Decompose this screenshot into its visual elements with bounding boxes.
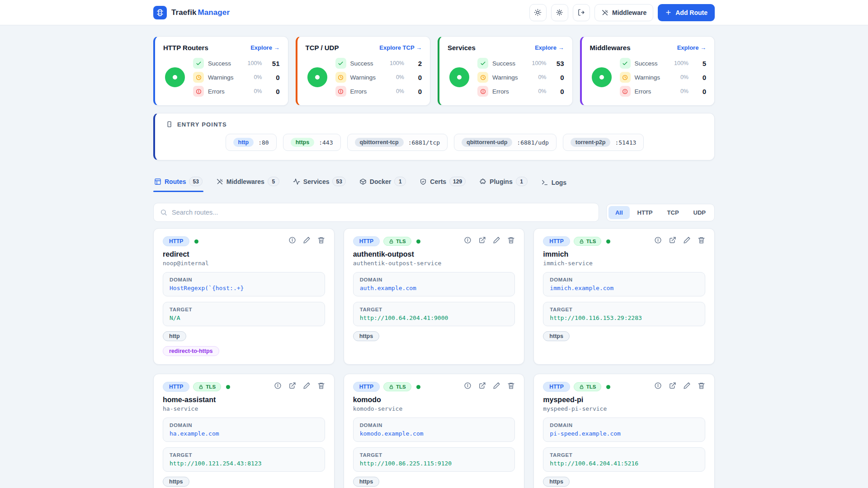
target-box: TARGET http://100.121.254.43:8123 bbox=[163, 447, 325, 472]
stat-row-success: Success 100% 53 bbox=[477, 58, 564, 69]
entrypoint-tag: https bbox=[353, 331, 380, 341]
stat-row-warnings: Warnings 0% 0 bbox=[335, 72, 422, 83]
success-donut-gauge bbox=[165, 67, 185, 87]
route-name: home-assistant bbox=[163, 396, 325, 404]
search-input[interactable] bbox=[172, 209, 592, 216]
entrypoint-tag: https bbox=[353, 477, 380, 487]
tab-docker[interactable]: Docker 1 bbox=[359, 175, 407, 192]
tab-label: Routes bbox=[165, 178, 186, 185]
filter-all[interactable]: All bbox=[609, 206, 630, 219]
filter-http[interactable]: HTTP bbox=[631, 206, 660, 219]
wand-off-icon bbox=[601, 9, 609, 16]
tab-routes[interactable]: Routes 53 bbox=[153, 175, 203, 192]
edit-button[interactable] bbox=[683, 382, 691, 389]
open-external-button[interactable] bbox=[669, 382, 676, 389]
delete-button[interactable] bbox=[317, 236, 325, 244]
stat-row-errors: Errors 0% 0 bbox=[620, 86, 707, 97]
stat-title: Middlewares bbox=[590, 44, 631, 52]
entrypoint-badge-qbittorrent-udp[interactable]: qbittorrent-udp :6881/udp bbox=[454, 134, 557, 151]
edit-button[interactable] bbox=[303, 236, 311, 244]
edit-button[interactable] bbox=[493, 236, 500, 244]
stat-pct: 0% bbox=[680, 74, 689, 80]
domain-value: pi-speed.example.com bbox=[550, 430, 698, 437]
traefik-logo-icon bbox=[153, 6, 167, 19]
entrypoint-port: :6881/tcp bbox=[408, 139, 440, 146]
delete-button[interactable] bbox=[507, 382, 515, 389]
explore-services-link[interactable]: Explore → bbox=[535, 44, 564, 51]
route-service: ha-service bbox=[163, 405, 325, 412]
entrypoint-tag: https bbox=[543, 331, 570, 341]
open-external-button[interactable] bbox=[669, 236, 676, 244]
entrypoint-badge-qbittorrent-tcp[interactable]: qbittorrent-tcp :6881/tcp bbox=[347, 134, 448, 151]
stat-label: Warnings bbox=[492, 74, 534, 81]
puzzle-icon bbox=[479, 178, 486, 185]
route-service: authentik-outpost-service bbox=[353, 260, 515, 267]
external-link-icon bbox=[669, 382, 676, 389]
open-external-button[interactable] bbox=[478, 382, 486, 389]
tab-label: Plugins bbox=[490, 178, 513, 185]
middleware-button[interactable]: Middleware bbox=[594, 4, 653, 21]
pencil-icon bbox=[683, 236, 691, 244]
target-box: TARGET http://100.86.225.115:9120 bbox=[353, 447, 515, 472]
filter-udp[interactable]: UDP bbox=[687, 206, 712, 219]
plus-icon bbox=[665, 9, 672, 16]
sun-icon bbox=[534, 9, 542, 16]
info-button[interactable] bbox=[288, 236, 296, 244]
target-label: TARGET bbox=[170, 452, 318, 458]
delete-button[interactable] bbox=[698, 236, 705, 244]
domain-box: DOMAIN ha.example.com bbox=[163, 418, 325, 442]
tab-certs[interactable]: Certs 129 bbox=[419, 175, 467, 192]
delete-button[interactable] bbox=[698, 382, 705, 389]
gear-icon bbox=[556, 9, 563, 16]
tab-count: 53 bbox=[332, 177, 345, 186]
entrypoint-badge-http[interactable]: http :80 bbox=[226, 134, 277, 151]
stat-title: Services bbox=[448, 44, 476, 52]
tab-logs[interactable]: Logs bbox=[540, 177, 567, 192]
filter-tcp[interactable]: TCP bbox=[660, 206, 686, 219]
target-box: TARGET http://100.64.204.41:9000 bbox=[353, 302, 515, 326]
lock-icon bbox=[198, 385, 203, 389]
stat-label: Success bbox=[208, 60, 244, 67]
stat-count: 51 bbox=[266, 60, 280, 67]
tab-middlewares[interactable]: Middlewares 5 bbox=[215, 175, 280, 192]
trash-icon bbox=[317, 382, 325, 389]
entry-points-title: ENTRY POINTS bbox=[177, 121, 227, 128]
explore-http-link[interactable]: Explore → bbox=[250, 44, 279, 51]
delete-button[interactable] bbox=[507, 236, 515, 244]
info-button[interactable] bbox=[274, 382, 282, 389]
open-external-button[interactable] bbox=[288, 382, 296, 389]
route-name: immich bbox=[543, 250, 705, 258]
entrypoint-badge-https[interactable]: https :443 bbox=[283, 134, 341, 151]
settings-button[interactable] bbox=[551, 4, 568, 21]
info-button[interactable] bbox=[464, 236, 472, 244]
tab-label: Certs bbox=[430, 178, 446, 185]
add-route-button[interactable]: Add Route bbox=[658, 4, 715, 21]
info-button[interactable] bbox=[654, 236, 662, 244]
terminal-icon bbox=[541, 179, 548, 186]
open-external-button[interactable] bbox=[478, 236, 486, 244]
export-button[interactable] bbox=[573, 4, 590, 21]
tab-plugins[interactable]: Plugins 1 bbox=[478, 175, 528, 192]
tab-services[interactable]: Services 53 bbox=[292, 175, 347, 192]
target-label: TARGET bbox=[360, 452, 509, 458]
edit-button[interactable] bbox=[303, 382, 311, 389]
tab-count: 5 bbox=[268, 177, 279, 186]
info-icon bbox=[654, 382, 662, 389]
add-route-button-label: Add Route bbox=[675, 9, 708, 16]
edit-button[interactable] bbox=[683, 236, 691, 244]
domain-value: immich.example.com bbox=[550, 285, 698, 291]
info-button[interactable] bbox=[464, 382, 472, 389]
explore-tcp-link[interactable]: Explore TCP → bbox=[379, 44, 422, 51]
pencil-icon bbox=[493, 382, 500, 389]
lock-icon bbox=[579, 385, 584, 389]
theme-toggle-button[interactable] bbox=[529, 4, 547, 21]
info-button[interactable] bbox=[654, 382, 662, 389]
delete-button[interactable] bbox=[317, 382, 325, 389]
route-service: myspeed-pi-service bbox=[543, 405, 705, 412]
http-badge: HTTP bbox=[353, 236, 380, 246]
tls-badge-label: TLS bbox=[586, 384, 596, 389]
explore-middlewares-link[interactable]: Explore → bbox=[677, 44, 706, 51]
status-dot bbox=[416, 385, 420, 389]
edit-button[interactable] bbox=[493, 382, 500, 389]
entrypoint-badge-torrent-p2p[interactable]: torrent-p2p :51413 bbox=[563, 134, 644, 151]
